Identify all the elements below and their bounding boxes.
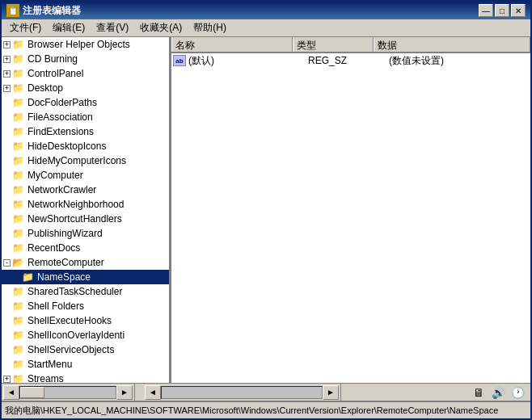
tree-item-mycomputer[interactable]: 📁 MyComputer [2,168,169,183]
tree-label: StartMenu [27,359,72,370]
expand-placeholder [13,274,20,281]
title-bar-left: 📋 注册表编辑器 [6,4,81,18]
expand-icon[interactable]: + [3,85,11,92]
expand-placeholder [3,172,11,179]
tree-item-findext[interactable]: 📁 FindExtensions [2,124,169,139]
tree-label: MyComputer [27,170,83,181]
tree-item-docfolderpath[interactable]: 📁 DocFolderPaths [2,95,169,110]
tree-item-hidemycomputer[interactable]: 📁 HideMyComputerIcons [2,153,169,168]
tree-item-recentdocs[interactable]: 📁 RecentDocs [2,241,169,255]
minimize-button[interactable]: — [479,4,493,17]
tree-item-remotecomputer[interactable]: - 📂 RemoteComputer [2,255,169,270]
tree-item-desktop[interactable]: + 📁 Desktop [2,81,169,95]
expand-placeholder [3,143,11,150]
tree-scrollbar-track [19,386,116,399]
title-bar: 📋 注册表编辑器 — □ ✕ [2,2,530,19]
clock-icon: 🕐 [509,384,526,401]
folder-icon: 📁 [12,68,25,79]
tree-label: PublishingWizard [27,228,103,239]
close-button[interactable]: ✕ [511,4,526,17]
expand-placeholder [3,201,11,208]
tree-item-cd-burning[interactable]: + 📁 CD Burning [2,52,169,66]
expand-icon[interactable]: - [3,259,11,267]
tree-item-sharedtask[interactable]: 📁 SharedTaskScheduler [2,284,169,299]
right-nav-right[interactable]: ► [323,385,339,400]
title-controls: — □ ✕ [479,4,526,17]
registry-entry-default[interactable]: ab (默认) REG_SZ (数值未设置) [171,53,530,68]
folder-icon: 📁 [12,111,25,123]
bottom-nav: ◄ ► ◄ ► 🖥 🔊 🕐 [2,383,530,401]
tree-item-hidedesktop[interactable]: 📁 HideDesktopIcons [2,139,169,153]
tree-item-startmenu[interactable]: 📁 StartMenu [2,357,169,372]
tree-label: NameSpace [37,271,91,283]
tree-item-networkcrawler[interactable]: 📁 NetworkCrawler [2,183,169,197]
right-panel: 名称 类型 数据 ab (默认) REG_SZ (数值未设置) [171,37,530,383]
folder-open-icon: 📂 [12,257,25,268]
tree-item-fileassoc[interactable]: 📁 FileAssociation [2,110,169,124]
tree-scroll-left: ◄ ► [2,384,135,401]
folder-icon: 📁 [12,344,25,355]
tree-item-publishingwizard[interactable]: 📁 PublishingWizard [2,226,169,241]
tree-scrollbar-thumb[interactable] [20,387,44,398]
tree-label: Streams [27,373,64,383]
folder-icon: 📁 [12,228,25,239]
ab-icon: ab [173,55,186,66]
expand-placeholder [3,303,11,310]
folder-icon: 📁 [12,213,25,225]
tree-item-shellexecutehooks[interactable]: 📁 ShellExecuteHooks [2,313,169,328]
status-text: 我的电脑\HKEY_LOCAL_MACHINE\SOFTWARE\Microso… [5,405,498,417]
tree-panel[interactable]: + 📁 Browser Helper Objects + 📁 CD Burnin… [2,37,171,383]
tree-item-streams[interactable]: + 📁 Streams [2,372,169,383]
tree-label: HideMyComputerIcons [27,155,126,166]
tree-item-newshortcut[interactable]: 📁 NewShortcutHandlers [2,212,169,226]
expand-icon[interactable]: + [3,56,11,63]
main-content: + 📁 Browser Helper Objects + 📁 CD Burnin… [2,37,530,383]
expand-icon[interactable]: + [3,41,11,48]
folder-icon: 📁 [12,300,25,312]
folder-icon: 📁 [12,373,25,383]
menu-help[interactable]: 帮助(H) [188,19,231,36]
tree-nav-right[interactable]: ► [116,385,133,400]
tree-label: NetworkCrawler [27,184,96,195]
tree-label: RemoteComputer [27,257,104,268]
reg-entry-data: (数值未设置) [389,54,529,68]
maximize-button[interactable]: □ [495,4,509,17]
expand-placeholder [3,187,11,194]
expand-placeholder [3,216,11,223]
tree-item-namespace[interactable]: 📁 NameSpace [2,270,169,284]
expand-icon[interactable]: + [3,376,11,383]
tree-item-shelliconoverlay[interactable]: 📁 ShellIconOverlayIdenti [2,328,169,342]
expand-placeholder [3,128,11,136]
folder-icon: 📁 [12,315,25,326]
expand-placeholder [3,99,11,107]
expand-placeholder [3,332,11,339]
right-nav-left[interactable]: ◄ [145,385,161,400]
expand-placeholder [3,230,11,237]
folder-icon: 📁 [12,199,25,210]
tree-nav-left[interactable]: ◄ [3,385,19,400]
menu-view[interactable]: 查看(V) [91,19,133,36]
tree-label: HideDesktopIcons [27,141,106,152]
tree-item-shellfolders[interactable]: 📁 Shell Folders [2,299,169,313]
folder-icon: 📁 [12,126,25,137]
tree-label: DocFolderPaths [27,97,97,108]
folder-icon: 📁 [12,53,25,65]
reg-entry-type: REG_SZ [308,55,389,66]
expand-placeholder [3,317,11,325]
tree-item-shellserviceobj[interactable]: 📁 ShellServiceObjects [2,342,169,357]
tree-item-browser-helper[interactable]: + 📁 Browser Helper Objects [2,37,169,52]
folder-icon: 📁 [12,39,25,50]
menu-edit[interactable]: 编辑(E) [48,19,90,36]
tree-item-networkneighborhood[interactable]: 📁 NetworkNeighborhood [2,197,169,212]
tree-label: ShellIconOverlayIdenti [27,330,125,341]
folder-icon: 📁 [12,141,25,152]
column-headers: 名称 类型 数据 [171,37,530,53]
menu-file[interactable]: 文件(F) [5,19,46,36]
app-icon: 📋 [6,4,19,17]
expand-icon[interactable]: + [3,70,11,78]
expand-placeholder [3,346,11,354]
menu-favorites[interactable]: 收藏夹(A) [135,19,187,36]
folder-icon: 📁 [12,184,25,195]
monitor-icon: 🖥 [471,384,487,401]
tree-item-control-panel[interactable]: + 📁 ControlPanel [2,66,169,81]
